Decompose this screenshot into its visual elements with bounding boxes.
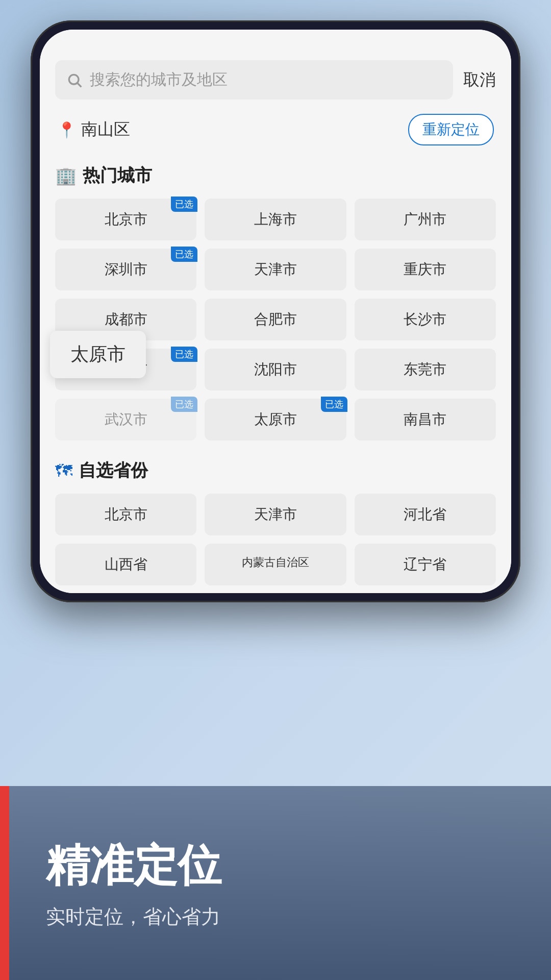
city-item[interactable]: 天津市: [205, 249, 346, 290]
city-item[interactable]: 广州市: [355, 199, 496, 240]
city-item[interactable]: 长沙市: [355, 299, 496, 340]
provinces-title: 自选省份: [79, 459, 148, 482]
location-row: 📍 南山区 重新定位: [55, 114, 496, 145]
relocate-button[interactable]: 重新定位: [408, 114, 494, 145]
search-row: 搜索您的城市及地区 取消: [55, 60, 496, 100]
popular-cities-title: 热门城市: [83, 164, 152, 187]
province-item[interactable]: 天津市: [205, 494, 346, 535]
tooltip-popup: 太原市: [50, 331, 146, 378]
cancel-button[interactable]: 取消: [463, 69, 496, 91]
marketing-section: 精准定位 实时定位，省心省力: [0, 786, 551, 980]
province-item[interactable]: 内蒙古自治区: [205, 544, 346, 585]
search-icon: [66, 72, 83, 88]
marketing-title: 精准定位: [31, 836, 520, 896]
city-item[interactable]: 沈阳市: [205, 349, 346, 390]
city-item[interactable]: 南昌市: [355, 399, 496, 440]
city-item[interactable]: 上海市: [205, 199, 346, 240]
city-item[interactable]: 重庆市: [355, 249, 496, 290]
marketing-subtitle: 实时定位，省心省力: [31, 904, 520, 930]
province-item[interactable]: 辽宁省: [355, 544, 496, 585]
location-left: 📍 南山区: [57, 118, 130, 141]
city-item[interactable]: 东莞市: [355, 349, 496, 390]
popular-cities-header: 🏢 热门城市: [55, 164, 496, 187]
building-icon: 🏢: [55, 165, 77, 186]
city-item[interactable]: 武汉市: [55, 399, 196, 440]
phone-screen: 搜索您的城市及地区 取消 📍 南山区 重新定位 🏢 热门城市 北京市 上海市: [40, 30, 511, 593]
city-item[interactable]: 合肥市: [205, 299, 346, 340]
province-item[interactable]: 河北省: [355, 494, 496, 535]
province-item[interactable]: 山西省: [55, 544, 196, 585]
map-icon: 🗺: [55, 461, 72, 481]
location-pin-icon: 📍: [57, 121, 76, 139]
city-item[interactable]: 太原市: [205, 399, 346, 440]
tooltip-text: 太原市: [70, 344, 126, 364]
provinces-grid: 北京市 天津市 河北省 山西省 内蒙古自治区 辽宁省 吉林省 黑龙江省 上海市 …: [55, 494, 496, 593]
province-item[interactable]: 北京市: [55, 494, 196, 535]
screen-content: 搜索您的城市及地区 取消 📍 南山区 重新定位 🏢 热门城市 北京市 上海市: [40, 30, 511, 593]
svg-line-1: [78, 83, 81, 87]
svg-point-0: [69, 75, 79, 84]
provinces-header: 🗺 自选省份: [55, 459, 496, 482]
phone-frame: 搜索您的城市及地区 取消 📍 南山区 重新定位 🏢 热门城市 北京市 上海市: [31, 20, 520, 602]
current-location: 南山区: [81, 118, 130, 141]
popular-cities-grid: 北京市 上海市 广州市 深圳市 天津市 重庆市 成都市 合肥市 长沙市 杭州市 …: [55, 199, 496, 440]
search-placeholder: 搜索您的城市及地区: [90, 69, 442, 90]
search-box[interactable]: 搜索您的城市及地区: [55, 60, 453, 100]
red-accent-bar: [0, 786, 9, 980]
city-item[interactable]: 深圳市: [55, 249, 196, 290]
city-item[interactable]: 北京市: [55, 199, 196, 240]
